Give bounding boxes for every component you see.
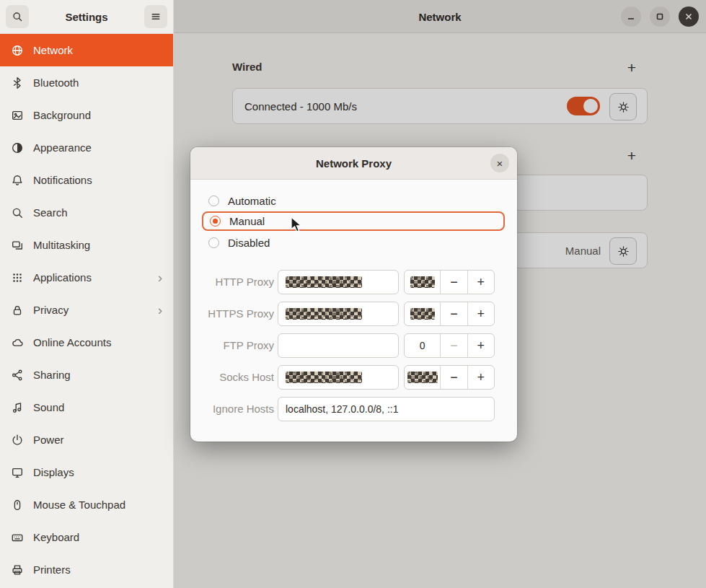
https-proxy-label: HTTPS Proxy [190,302,274,326]
socks-port-spinner[interactable]: − + [404,365,495,390]
redacted-text [286,276,362,288]
sidebar-item-mouse[interactable]: Mouse & Touchpad [0,488,173,521]
redacted-text [410,308,435,320]
appearance-icon [11,141,24,154]
app-title: Settings [65,11,107,23]
sidebar-item-label: Notifications [33,174,92,186]
https-port-value [405,302,441,325]
proxy-option-disabled[interactable]: Disabled [202,233,505,253]
power-icon [11,434,24,447]
spin-minus-button[interactable]: − [441,302,467,325]
radio-icon [208,237,219,248]
sidebar-item-label: Power [33,434,64,446]
sidebar-item-privacy[interactable]: Privacy › [0,294,173,326]
mouse-icon [11,499,24,512]
sidebar-item-applications[interactable]: Applications › [0,261,173,294]
ignore-hosts-label: Ignore Hosts [190,397,274,421]
spin-plus-button[interactable]: + [468,271,494,294]
sidebar-item-background[interactable]: Background [0,99,173,131]
sidebar-item-search[interactable]: Search [0,196,173,229]
http-port-value [405,271,441,294]
sidebar-item-label: Background [33,109,91,121]
sidebar-item-appearance[interactable]: Appearance [0,131,173,164]
keyboard-icon [11,531,24,544]
cursor-arrow-icon [290,216,304,234]
ftp-proxy-label: FTP Proxy [190,333,274,358]
sidebar-item-label: Mouse & Touchpad [33,499,125,511]
radio-label: Automatic [228,195,276,207]
redacted-text [410,276,435,288]
proxy-option-automatic[interactable]: Automatic [202,191,505,211]
http-proxy-label: HTTP Proxy [190,270,274,294]
sidebar-item-label: Network [33,44,73,56]
chevron-right-icon: › [158,271,162,284]
bluetooth-icon [11,76,24,89]
music-note-icon [11,401,24,414]
socks-port-value [405,366,441,389]
hamburger-icon [150,11,162,22]
bell-icon [11,174,24,187]
http-port-spinner[interactable]: − + [404,270,495,294]
sidebar-item-label: Online Accounts [33,336,111,348]
sidebar-item-online-accounts[interactable]: Online Accounts [0,326,173,359]
cloud-icon [11,336,24,349]
spin-plus-button[interactable]: + [468,302,494,325]
radio-checked-icon [210,216,221,227]
spin-minus-button[interactable]: − [441,334,467,357]
sidebar-item-label: Multitasking [33,239,90,251]
dialog-close-button[interactable]: × [490,154,509,172]
ftp-port-value: 0 [405,334,441,357]
sidebar-item-label: Search [33,206,68,219]
background-icon [11,109,24,122]
http-proxy-input[interactable] [278,270,399,294]
https-port-spinner[interactable]: − + [404,302,495,326]
https-proxy-input[interactable] [278,302,399,326]
sidebar-item-label: Privacy [33,304,69,316]
sidebar-item-label: Appearance [33,141,92,154]
sidebar-item-label: Bluetooth [33,76,79,89]
redacted-text [286,372,362,383]
sidebar-item-label: Printers [33,563,71,576]
network-icon [11,44,24,57]
sidebar-item-sharing[interactable]: Sharing [0,359,173,391]
sidebar: Settings Network Bluetooth Background Ap… [0,0,174,588]
search-button[interactable] [6,5,29,28]
sidebar-item-notifications[interactable]: Notifications [0,164,173,196]
chevron-right-icon: › [158,303,162,317]
redacted-text [407,372,438,383]
sidebar-item-keyboard[interactable]: Keyboard [0,521,173,553]
sidebar-item-multitasking[interactable]: Multitasking [0,229,173,261]
proxy-option-manual[interactable]: Manual [202,211,505,231]
app-grid-icon [11,271,24,284]
sidebar-item-sound[interactable]: Sound [0,391,173,424]
sidebar-item-label: Displays [33,466,74,478]
spin-minus-button[interactable]: − [441,366,467,389]
search-icon [12,11,23,22]
sidebar-item-displays[interactable]: Displays [0,456,173,488]
sidebar-item-printers[interactable]: Printers [0,553,173,586]
sidebar-item-network[interactable]: Network [0,34,173,66]
network-proxy-dialog: Network Proxy × Automatic Manual Disable… [190,147,517,442]
ftp-port-spinner[interactable]: 0 − + [404,333,495,358]
sidebar-item-label: Sound [33,401,64,413]
redacted-text [286,308,362,320]
radio-label: Disabled [228,237,270,249]
settings-window: Network Wired + Connected - 1000 Mb/s + [0,0,706,588]
ftp-proxy-input[interactable] [278,333,399,358]
share-icon [11,369,24,382]
sidebar-item-label: Applications [33,271,92,284]
sidebar-item-bluetooth[interactable]: Bluetooth [0,66,173,99]
search-icon [11,206,24,219]
sidebar-item-power[interactable]: Power [0,424,173,456]
spin-plus-button[interactable]: + [468,334,494,357]
menu-button[interactable] [144,5,167,28]
sidebar-headerbar: Settings [0,0,173,34]
ignore-hosts-input[interactable]: localhost, 127.0.0.0/8, ::1 [278,397,495,421]
dialog-title: Network Proxy [190,147,517,179]
lock-icon [11,304,24,317]
socks-host-input[interactable] [278,365,399,390]
spin-plus-button[interactable]: + [468,366,494,389]
spin-minus-button[interactable]: − [441,271,467,294]
mouse-cursor [290,216,304,237]
monitor-icon [11,466,24,479]
